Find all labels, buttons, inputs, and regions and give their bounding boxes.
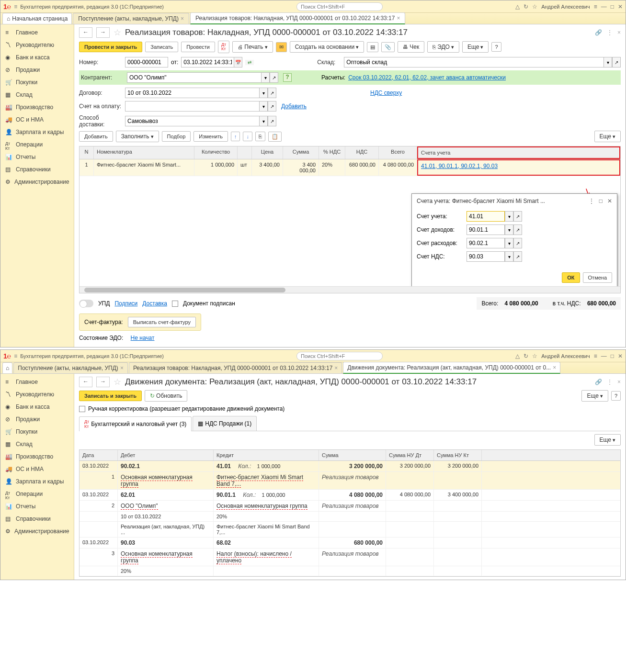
attach-button[interactable]: 📎 [381,42,395,52]
menu-icon[interactable]: ≡ [14,353,17,359]
history-icon[interactable]: ↻ [524,353,528,359]
accounts-link[interactable]: 41.01, 90.01.1, 90.02.1, 90.03 [421,163,498,169]
sidebar-item-manager[interactable]: 〽Руководителю [0,39,74,51]
close-icon[interactable]: ✕ [618,3,623,10]
table-row[interactable]: 1Основная номенклатурная группаФитнес-бр… [80,472,620,490]
delivery-input[interactable] [125,116,259,126]
search-input[interactable] [296,2,383,11]
refresh-button[interactable]: ↻ Обновить [145,390,187,402]
open-icon[interactable]: ↗ [513,224,522,235]
more-button[interactable]: Еще ▾ [462,41,489,53]
sidebar-item-references[interactable]: ▤Справочники [0,513,74,525]
invoice-input[interactable] [125,101,259,112]
dropdown-icon[interactable]: ▾ [261,72,270,83]
grid-more-button[interactable]: Еще ▾ [594,131,621,142]
minimize-icon[interactable]: — [601,353,607,359]
dropdown-icon[interactable]: ▾ [259,101,268,112]
delivery-link[interactable]: Доставка [142,300,167,307]
scrollbar-horizontal[interactable] [80,286,620,293]
edo-status-link[interactable]: Не начат [131,335,155,341]
copy-button[interactable]: ⎘ [255,132,265,141]
tab-home[interactable]: ⌂ [2,362,12,373]
contract-input[interactable] [125,88,259,98]
more-icon[interactable]: ⋮ [607,29,613,36]
help-button[interactable]: ? [611,391,621,401]
star-icon[interactable]: ☆ [532,3,537,10]
sidebar-item-reports[interactable]: 📊Отчеты [0,151,74,163]
paste-button[interactable]: 📋 [268,132,282,142]
sidebar-item-production[interactable]: 🏭Производство [0,450,74,463]
create-based-button[interactable]: Создать на основании ▾ [290,41,364,53]
table-row[interactable]: 03.10.202290.02.141.01 Кол.: 1 000,0003 … [80,461,620,472]
select-button[interactable]: Подбор [162,131,191,142]
favorite-icon[interactable]: ☆ [114,377,121,387]
table-row[interactable]: 2ООО "Олимп"Основная номенклатурная груп… [80,501,620,512]
save-close-button[interactable]: Записать и закрыть [79,391,142,401]
forward-button[interactable]: → [96,377,110,387]
dropdown-icon[interactable]: ▾ [505,224,513,235]
move-up-button[interactable]: ↑ [231,132,240,141]
sidebar-item-salary[interactable]: 👤Зарплата и кадры [0,475,74,488]
subtab-accounting[interactable]: ДтКтБухгалтерский и налоговый учет (3) [79,416,192,431]
close-icon[interactable]: × [617,29,621,36]
tab-home[interactable]: ⌂Начальная страница [2,13,72,24]
sidebar-item-reports[interactable]: 📊Отчеты [0,500,74,513]
open-icon[interactable]: ↗ [513,251,522,262]
sidebar-item-assets[interactable]: 🚚ОС и НМА [0,463,74,475]
settings-icon[interactable]: ≡ [594,3,597,10]
date-input[interactable] [181,57,234,67]
sidebar-item-sales[interactable]: ⊘Продажи [0,64,74,76]
table-row[interactable]: 20% [80,566,620,576]
sidebar-item-references[interactable]: ▤Справочники [0,163,74,176]
open-icon[interactable]: ↗ [268,116,276,126]
print-button[interactable]: 🖨 Печать ▾ [232,41,273,53]
open-icon[interactable]: ↗ [513,211,522,222]
close-icon[interactable]: × [181,15,184,22]
move-down-button[interactable]: ↓ [243,132,252,141]
post-close-button[interactable]: Провести и закрыть [79,42,142,52]
search-input[interactable] [296,352,383,360]
tab-receipt[interactable]: Поступление (акты, накладные, УПД)× [73,13,189,24]
sidebar-item-assets[interactable]: 🚚ОС и НМА [0,113,74,126]
dtkt-button[interactable]: ДтКт [218,41,229,53]
forward-button[interactable]: → [96,27,110,38]
table-row[interactable]: 10 от 03.10.202220% [80,512,620,522]
fill-button[interactable]: Заполнить ▾ [116,131,159,142]
counterparty-input[interactable] [127,72,261,83]
calc-link[interactable]: Срок 03.10.2022, 62.01, 62.02, зачет ава… [348,74,506,81]
table-row[interactable]: 03.10.202290.0368.02 680 000,00 [80,538,620,549]
acc-input[interactable] [467,211,505,222]
issue-invoice-button[interactable]: Выписать счет-фактуру [128,317,196,327]
bell-icon[interactable]: △ [515,3,520,10]
user-name[interactable]: Андрей Алексеевич [541,353,590,359]
manual-checkbox[interactable] [79,406,85,412]
sidebar-item-bank[interactable]: ◉Банк и касса [0,401,74,413]
sidebar-item-manager[interactable]: 〽Руководителю [0,388,74,401]
sidebar-item-warehouse[interactable]: ▦Склад [0,89,74,101]
tab-movements[interactable]: Движения документа: Реализация (акт, нак… [343,362,560,374]
change-button[interactable]: Изменить [193,131,228,142]
favorite-icon[interactable]: ☆ [114,27,121,38]
bell-icon[interactable]: △ [515,353,520,359]
edo-button[interactable]: ⎘ ЭДО ▾ [427,41,459,53]
sidebar-item-bank[interactable]: ◉Банк и касса [0,51,74,64]
ok-button[interactable]: ОК [562,272,580,283]
close-icon[interactable]: × [617,379,621,385]
signed-checkbox[interactable] [172,301,178,307]
record-button[interactable]: Записать [145,42,178,52]
grid-more-button[interactable]: Еще ▾ [594,434,621,446]
maximize-icon[interactable]: □ [611,353,614,359]
dropdown-icon[interactable]: ▾ [505,211,513,222]
back-button[interactable]: ← [79,377,92,387]
sidebar-item-purchase[interactable]: 🛒Покупки [0,426,74,438]
close-icon[interactable]: × [397,15,400,22]
cancel-button[interactable]: Отмена [583,272,612,283]
close-icon[interactable]: × [334,365,338,371]
check-button[interactable]: 🖶 Чек [398,41,424,53]
help-button[interactable]: ? [491,42,501,52]
table-row[interactable]: 03.10.202262.0190.01.1 Кол.: 1 000,0004 … [80,490,620,501]
number-input[interactable] [125,57,168,67]
sidebar-item-operations[interactable]: ДтКтОперации [0,488,74,500]
subtab-vat-sales[interactable]: ▦НДС Продажи (1) [193,416,257,431]
more-icon[interactable]: ⋮ [607,379,613,385]
